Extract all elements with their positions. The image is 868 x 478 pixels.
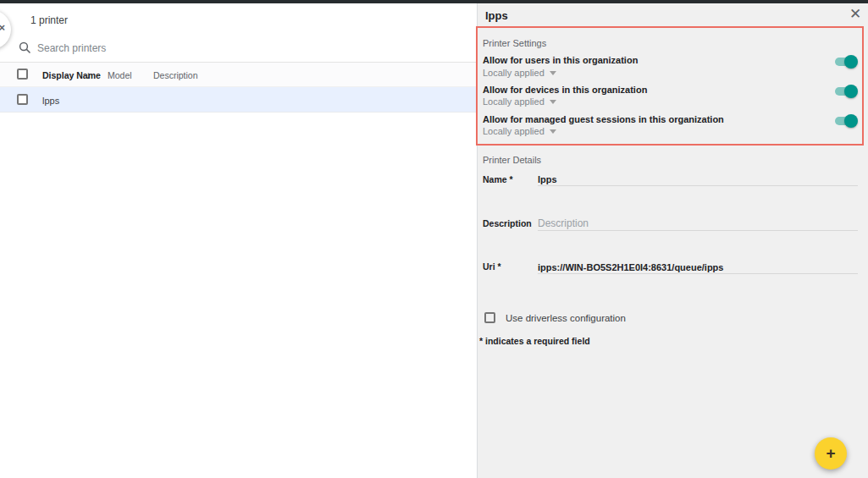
description-field-underline <box>538 230 858 231</box>
select-all-checkbox[interactable] <box>17 69 28 80</box>
scope-dropdown-users[interactable]: Locally applied <box>483 68 556 78</box>
toggle-guest-sessions[interactable] <box>835 115 858 127</box>
required-field-note: * indicates a required field <box>479 336 590 346</box>
uri-field-input[interactable]: ipps://WIN-BO5S2H1E0I4:8631/queue/ipps <box>538 262 723 272</box>
uri-field-label: Uri * <box>483 261 501 272</box>
toggle-users[interactable] <box>835 56 858 68</box>
toggle-thumb <box>844 114 858 128</box>
toggle-label-users: Allow for users in this organization <box>483 55 638 65</box>
chevron-down-icon <box>550 71 556 75</box>
toggle-devices[interactable] <box>835 85 858 97</box>
description-field-input[interactable]: Description <box>538 217 589 229</box>
search-input[interactable] <box>37 39 444 58</box>
printer-list-area: 1 printer Display Name ↓ Model Descripti… <box>0 3 477 478</box>
panel-title: lpps <box>485 9 508 22</box>
name-field-underline <box>538 185 858 186</box>
plus-icon: + <box>815 437 847 470</box>
printer-settings-section-label: Printer Settings <box>483 38 546 48</box>
add-printer-button[interactable]: + <box>815 437 847 470</box>
table-header-row: Display Name ↓ Model Description <box>0 63 477 87</box>
toggle-thumb <box>844 55 858 69</box>
printer-details-section-label: Printer Details <box>483 155 541 165</box>
sort-descending-icon[interactable]: ↓ <box>86 69 91 81</box>
description-field-label: Description <box>483 218 532 228</box>
driverless-checkbox[interactable] <box>484 312 495 323</box>
column-header-model[interactable]: Model <box>108 70 132 80</box>
row-checkbox[interactable] <box>17 94 28 105</box>
toggle-thumb <box>844 85 858 98</box>
close-panel-icon[interactable]: ✕ <box>847 6 864 23</box>
column-header-display-name[interactable]: Display Name <box>42 70 101 80</box>
search-icon <box>19 41 31 54</box>
column-header-description[interactable]: Description <box>153 70 198 80</box>
toggle-label-guest-sessions: Allow for managed guest sessions in this… <box>483 114 724 124</box>
table-row[interactable]: lpps <box>0 87 477 113</box>
name-field-label: Name * <box>483 174 513 184</box>
printer-count: 1 printer <box>30 14 68 26</box>
name-field-input[interactable]: lpps <box>538 174 557 184</box>
uri-field-underline <box>538 273 858 274</box>
row-display-name: lpps <box>42 96 59 106</box>
scope-dropdown-devices[interactable]: Locally applied <box>483 96 556 107</box>
scope-dropdown-guest-sessions[interactable]: Locally applied <box>483 126 556 136</box>
printers-page: 1 printer Display Name ↓ Model Descripti… <box>0 0 868 478</box>
driverless-checkbox-label: Use driverless configuration <box>506 313 626 323</box>
chevron-down-icon <box>550 100 556 104</box>
chevron-down-icon <box>550 129 556 134</box>
toggle-label-devices: Allow for devices in this organization <box>483 85 647 95</box>
close-icon: × <box>0 21 5 33</box>
search-bar <box>0 35 477 63</box>
